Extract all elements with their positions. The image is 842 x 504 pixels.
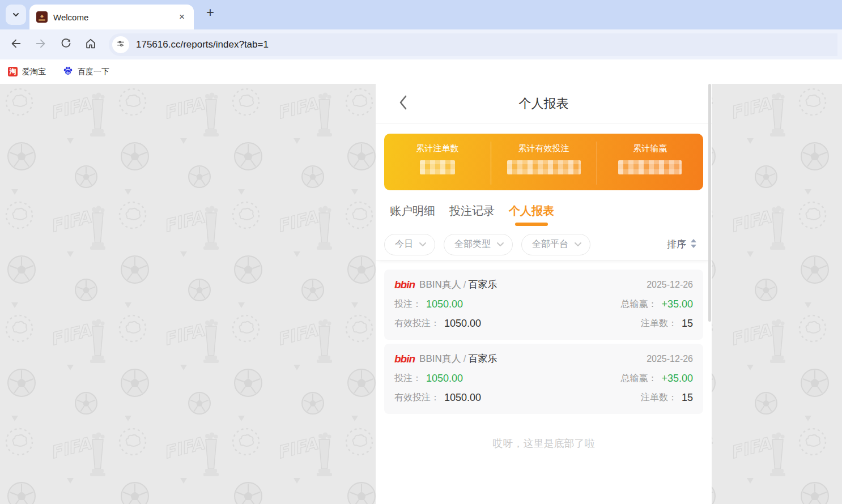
type-filter-dropdown[interactable]: 全部类型 — [444, 234, 513, 255]
bet-amount: 1050.00 — [426, 373, 463, 385]
chevron-down-icon — [574, 240, 582, 250]
bookmark-baidu[interactable]: du 百度一下 — [63, 66, 109, 78]
divider — [597, 142, 597, 185]
back-button[interactable] — [5, 33, 27, 56]
censored-value — [618, 160, 682, 174]
site-settings-button[interactable] — [112, 36, 129, 53]
report-record-card[interactable]: bbin BBIN真人 / 百家乐 2025-12-26 投注： 1050.00 — [384, 270, 703, 340]
win-loss-amount: +35.00 — [661, 373, 693, 385]
forward-arrow-icon — [35, 37, 47, 52]
panel-scrollbar[interactable] — [708, 84, 711, 322]
end-of-list-message: 哎呀，这里是底部了啦 — [384, 437, 703, 450]
bookmark-taobao[interactable]: 淘 爱淘宝 — [8, 67, 46, 77]
home-button[interactable] — [79, 33, 102, 56]
platform-filter-dropdown[interactable]: 全部平台 — [521, 234, 590, 255]
browser-tab[interactable]: ♠ Welcome × — [29, 5, 194, 29]
record-date: 2025-12-26 — [647, 280, 693, 290]
filters-bar: 今日 全部类型 全部平台 — [376, 229, 712, 260]
stat-total-bet-count: 累计注单数 — [384, 134, 491, 190]
sort-arrows-icon — [690, 238, 698, 251]
censored-value — [420, 160, 455, 174]
bookmarks-bar: 淘 爱淘宝 du 百度一下 — [0, 59, 842, 84]
browser-window: ♠ Welcome × + — [0, 0, 842, 504]
forward-button[interactable] — [29, 33, 52, 56]
valid-bet-amount: 1050.00 — [444, 318, 481, 330]
close-tab-icon[interactable]: × — [176, 11, 188, 23]
tab-bet-records[interactable]: 投注记录 — [449, 203, 495, 229]
browser-toolbar: 175616.cc/reports/index?tab=1 — [0, 29, 842, 59]
baidu-paw-icon: du — [63, 66, 73, 78]
section-tabs: 账户明细 投注记录 个人报表 — [376, 195, 712, 229]
bbin-logo: bbin — [394, 353, 415, 365]
report-back-button[interactable] — [392, 84, 414, 123]
bet-amount: 1050.00 — [426, 298, 463, 310]
page-title: 个人报表 — [376, 95, 712, 112]
record-date: 2025-12-26 — [647, 354, 693, 364]
tab-strip: ♠ Welcome × + — [0, 0, 842, 29]
sort-button[interactable]: 排序 — [667, 238, 698, 251]
report-record-card[interactable]: bbin BBIN真人 / 百家乐 2025-12-26 投注： 1050.00 — [384, 344, 703, 414]
tune-icon — [116, 39, 125, 50]
report-list: bbin BBIN真人 / 百家乐 2025-12-26 投注： 1050.00 — [376, 260, 712, 450]
tab-title: Welcome — [53, 12, 176, 22]
win-loss-amount: +35.00 — [661, 298, 693, 310]
tab-personal-report[interactable]: 个人报表 — [509, 203, 554, 229]
divider — [491, 142, 491, 185]
bbin-logo: bbin — [394, 279, 415, 291]
taobao-icon: 淘 — [8, 67, 18, 76]
censored-value — [507, 160, 581, 174]
site-favicon-icon: ♠ — [36, 11, 48, 23]
chevron-down-icon — [496, 240, 504, 250]
date-filter-dropdown[interactable]: 今日 — [384, 234, 435, 255]
reload-button[interactable] — [54, 33, 77, 56]
url-text: 175616.cc/reports/index?tab=1 — [136, 39, 269, 50]
svg-text:du: du — [66, 71, 70, 74]
page-viewport: FIFA — [0, 84, 842, 504]
bet-count: 15 — [682, 318, 693, 330]
address-bar[interactable]: 175616.cc/reports/index?tab=1 — [109, 33, 837, 56]
report-header: 个人报表 — [376, 84, 712, 123]
stat-total-win-loss: 累计输赢 — [597, 134, 703, 190]
valid-bet-amount: 1050.00 — [444, 392, 481, 404]
bet-count: 15 — [682, 392, 693, 404]
tab-search-button[interactable] — [6, 5, 26, 25]
report-panel: 个人报表 累计注单数 累计有效投注 累计输赢 — [376, 84, 712, 504]
reload-icon — [60, 37, 72, 52]
chevron-down-icon — [419, 240, 427, 250]
chevron-down-icon — [12, 11, 20, 19]
new-tab-button[interactable]: + — [202, 4, 219, 21]
stat-total-valid-bet: 累计有效投注 — [491, 134, 597, 190]
tab-account-details[interactable]: 账户明细 — [390, 203, 435, 229]
home-icon — [84, 37, 97, 52]
chevron-left-icon — [398, 95, 407, 112]
summary-stats-card: 累计注单数 累计有效投注 累计输赢 — [384, 134, 703, 190]
active-tab-underline — [515, 223, 548, 226]
back-arrow-icon — [10, 37, 22, 52]
